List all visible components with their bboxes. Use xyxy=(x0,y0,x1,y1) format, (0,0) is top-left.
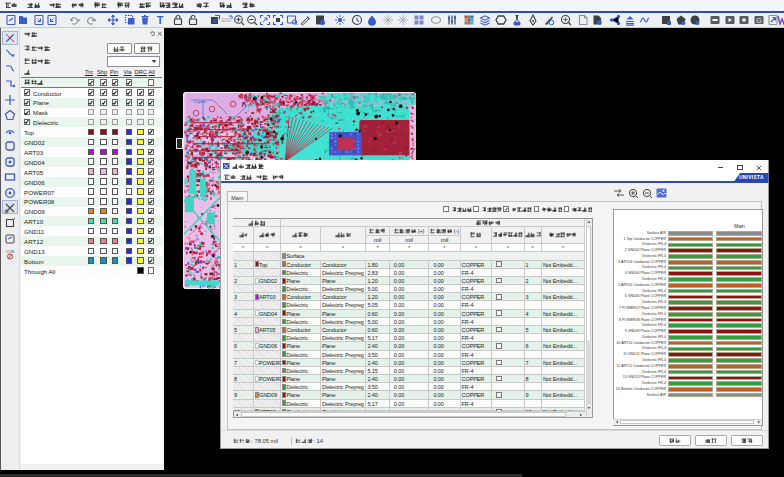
svg-text:COM: COM xyxy=(6,250,14,254)
svg-text:100: 100 xyxy=(221,17,232,23)
svg-text:T: T xyxy=(157,14,164,26)
svg-text:G: G xyxy=(756,17,761,24)
svg-text:Layout: Layout xyxy=(194,99,207,104)
